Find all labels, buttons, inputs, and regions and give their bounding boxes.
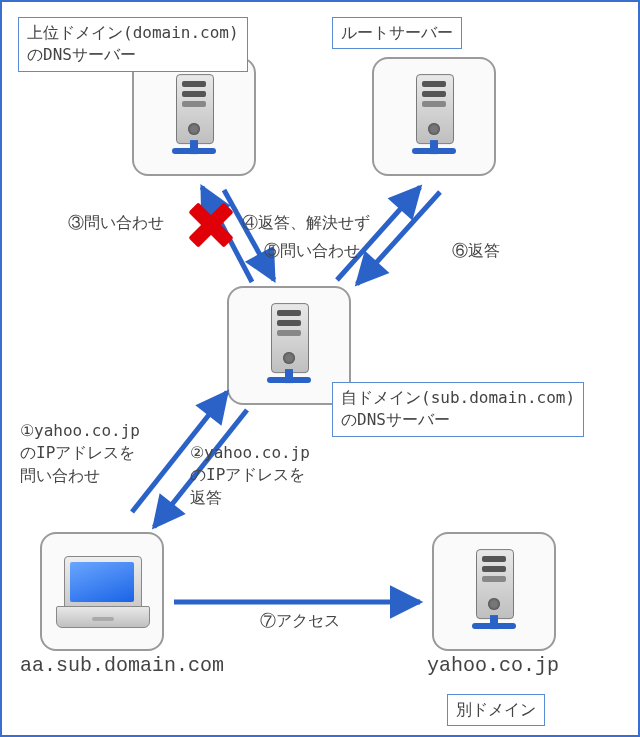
server-icon bbox=[468, 549, 520, 627]
target-server-node bbox=[432, 532, 556, 651]
step7-label: ⑦アクセス bbox=[260, 610, 340, 632]
root-server-node bbox=[372, 57, 496, 176]
target-hostname: yahoo.co.jp bbox=[427, 654, 559, 677]
client-hostname: aa.sub.domain.com bbox=[20, 654, 224, 677]
server-icon bbox=[168, 74, 220, 152]
laptop-icon bbox=[56, 556, 148, 628]
step5-label: ⑤問い合わせ bbox=[264, 240, 360, 262]
server-icon bbox=[263, 303, 315, 381]
client-node bbox=[40, 532, 164, 651]
step4-label: ④返答、解決せず bbox=[242, 212, 370, 234]
upper-dns-label: 上位ドメイン(domain.com) のDNSサーバー bbox=[18, 17, 248, 72]
failure-x-icon bbox=[186, 200, 236, 250]
step3-label: ③問い合わせ bbox=[68, 212, 164, 234]
target-note-label: 別ドメイン bbox=[447, 694, 545, 726]
step2-label: ②yahoo.co.jp のIPアドレスを 返答 bbox=[190, 442, 310, 509]
server-icon bbox=[408, 74, 460, 152]
step1-label: ①yahoo.co.jp のIPアドレスを 問い合わせ bbox=[20, 420, 140, 487]
upper-dns-node bbox=[132, 57, 256, 176]
step6-label: ⑥返答 bbox=[452, 240, 500, 262]
root-server-label: ルートサーバー bbox=[332, 17, 462, 49]
local-dns-label: 自ドメイン(sub.domain.com) のDNSサーバー bbox=[332, 382, 584, 437]
arrow-step6 bbox=[357, 192, 440, 284]
